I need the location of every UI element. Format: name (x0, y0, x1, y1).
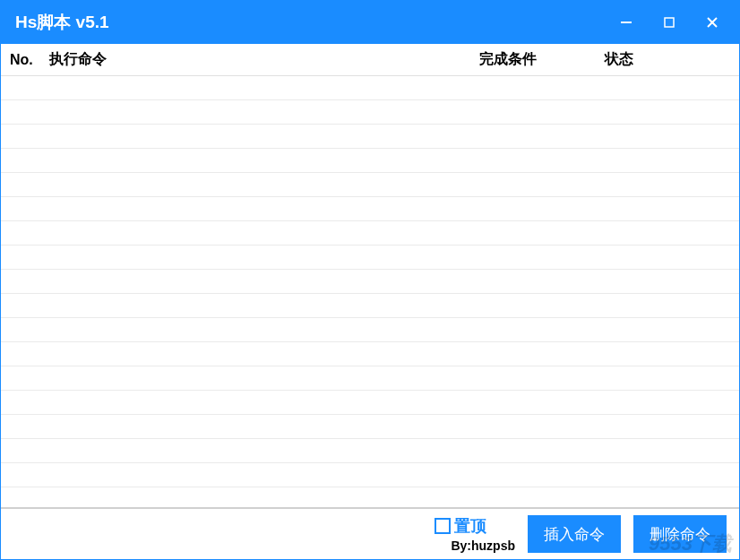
table-row[interactable] (1, 342, 739, 366)
table-row[interactable] (1, 197, 739, 221)
column-header-no[interactable]: No. (1, 52, 46, 68)
table-row[interactable] (1, 463, 739, 487)
column-header-condition[interactable]: 完成条件 (479, 50, 605, 69)
footer-info: 置顶 By:huzpsb (435, 515, 515, 553)
table-row[interactable] (1, 366, 739, 391)
delete-command-button[interactable]: 删除命令 (633, 515, 727, 553)
close-icon (706, 16, 718, 29)
table-row[interactable] (1, 270, 739, 294)
minimize-button[interactable] (607, 4, 646, 40)
table-row[interactable] (1, 294, 739, 318)
maximize-button[interactable] (650, 4, 689, 40)
pin-top-checkbox[interactable]: 置顶 (435, 515, 486, 537)
table-row[interactable] (1, 76, 739, 100)
svg-rect-1 (665, 18, 674, 27)
pin-top-label: 置顶 (454, 515, 486, 537)
author-byline: By:huzpsb (451, 538, 515, 553)
window-controls (607, 4, 732, 40)
window-title: Hs脚本 v5.1 (15, 11, 109, 34)
table-row[interactable] (1, 439, 739, 463)
column-header-status[interactable]: 状态 (605, 50, 739, 69)
table-row[interactable] (1, 246, 739, 270)
column-header-command[interactable]: 执行命令 (46, 50, 479, 69)
table-body[interactable] (1, 76, 739, 507)
checkbox-icon (435, 518, 451, 534)
table-row[interactable] (1, 100, 739, 125)
content-area: No. 执行命令 完成条件 状态 (1, 44, 739, 507)
table-row[interactable] (1, 125, 739, 149)
table-row[interactable] (1, 391, 739, 415)
table-row[interactable] (1, 318, 739, 342)
titlebar[interactable]: Hs脚本 v5.1 (1, 1, 739, 44)
footer-bar: 置顶 By:huzpsb 插入命令 删除命令 (1, 507, 739, 559)
table-row[interactable] (1, 149, 739, 173)
table-row[interactable] (1, 221, 739, 246)
maximize-icon (663, 16, 675, 29)
close-button[interactable] (693, 4, 732, 40)
insert-command-button[interactable]: 插入命令 (528, 515, 621, 553)
table-row[interactable] (1, 415, 739, 439)
app-window: Hs脚本 v5.1 No. 执行命令 (0, 0, 740, 560)
minimize-icon (620, 16, 632, 29)
table-header-row: No. 执行命令 完成条件 状态 (1, 44, 739, 76)
table-row[interactable] (1, 173, 739, 197)
